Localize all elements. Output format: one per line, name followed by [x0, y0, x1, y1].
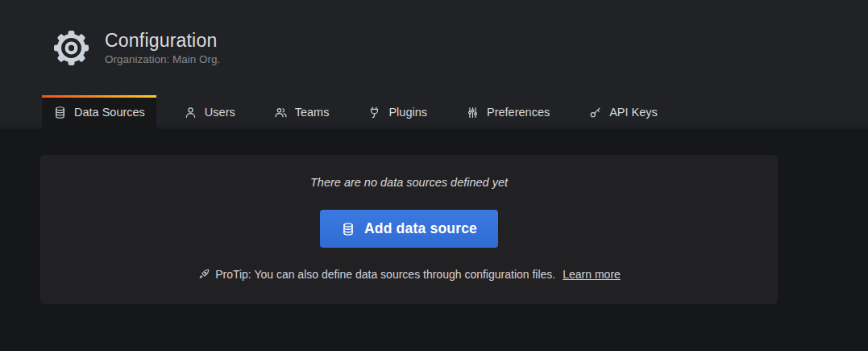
- database-icon: [341, 222, 355, 236]
- tab-data-sources[interactable]: Data Sources: [42, 95, 156, 129]
- tab-plugins[interactable]: Plugins: [356, 95, 438, 129]
- tab-label: Teams: [295, 106, 330, 119]
- database-icon: [53, 106, 67, 119]
- tab-users[interactable]: Users: [172, 95, 247, 129]
- empty-state-message: There are no data sources defined yet: [40, 176, 778, 189]
- content-area: There are no data sources defined yet Ad…: [0, 129, 868, 304]
- plug-icon: [368, 106, 381, 119]
- users-icon: [274, 106, 288, 119]
- add-data-source-label: Add data source: [364, 220, 477, 237]
- rocket-icon: [197, 268, 210, 281]
- tab-label: Plugins: [388, 106, 427, 119]
- key-icon: [588, 106, 602, 119]
- tab-bar: Data Sources Users Teams: [0, 95, 868, 129]
- sliders-icon: [466, 106, 480, 119]
- page-title: Configuration: [105, 30, 220, 51]
- header-row: Configuration Organization: Main Org.: [0, 0, 868, 95]
- tab-api-keys[interactable]: API Keys: [577, 95, 669, 129]
- tab-label: API Keys: [609, 106, 658, 119]
- page-header: Configuration Organization: Main Org. Da…: [0, 0, 868, 129]
- empty-state-panel: There are no data sources defined yet Ad…: [40, 155, 778, 304]
- user-icon: [184, 106, 197, 119]
- tab-label: Users: [205, 106, 235, 119]
- add-data-source-button[interactable]: Add data source: [320, 210, 498, 248]
- tab-preferences[interactable]: Preferences: [455, 95, 561, 129]
- gear-icon: [53, 30, 89, 66]
- protip-text: ProTip: You can also define data sources…: [215, 268, 555, 281]
- tab-teams[interactable]: Teams: [263, 95, 341, 129]
- learn-more-link[interactable]: Learn more: [563, 268, 621, 281]
- tab-label: Preferences: [487, 106, 550, 119]
- tab-label: Data Sources: [74, 106, 145, 119]
- page-subtitle: Organization: Main Org.: [105, 53, 220, 65]
- protip: ProTip: You can also define data sources…: [40, 268, 778, 281]
- title-block: Configuration Organization: Main Org.: [105, 30, 220, 65]
